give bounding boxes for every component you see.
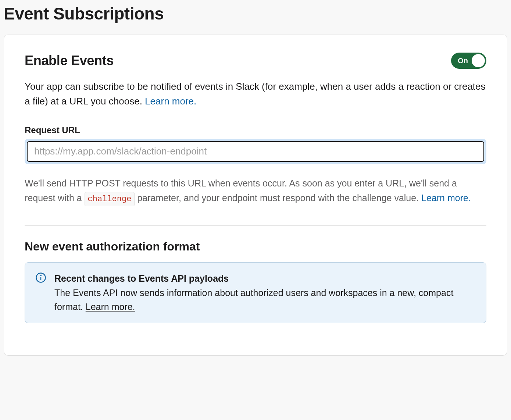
description-text: Your app can subscribe to be notified of… [25, 81, 486, 107]
section-divider [25, 225, 486, 226]
help-text-part2: parameter, and your endpoint must respon… [135, 193, 421, 203]
page-title: Event Subscriptions [4, 4, 511, 24]
svg-point-2 [40, 275, 41, 276]
request-url-label: Request URL [25, 125, 486, 135]
learn-more-link-challenge[interactable]: Learn more. [421, 193, 471, 203]
challenge-code: challenge [85, 192, 135, 206]
section-divider-2 [25, 341, 486, 341]
enable-events-heading: Enable Events [25, 53, 114, 68]
enable-events-toggle[interactable]: On [451, 53, 486, 69]
request-url-input-wrap [25, 139, 486, 164]
request-url-input[interactable] [27, 141, 484, 162]
auth-format-heading: New event authorization format [25, 240, 486, 253]
request-url-help: We'll send HTTP POST requests to this UR… [25, 176, 486, 206]
info-icon [35, 271, 46, 283]
toggle-knob [472, 54, 485, 67]
learn-more-link-auth[interactable]: Learn more. [86, 302, 135, 312]
enable-events-description: Your app can subscribe to be notified of… [25, 79, 486, 109]
learn-more-link-events[interactable]: Learn more. [145, 96, 196, 107]
auth-format-alert: Recent changes to Events API payloads Th… [25, 262, 486, 323]
enable-events-header: Enable Events On [25, 53, 486, 69]
toggle-state-label: On [458, 57, 468, 65]
alert-content: Recent changes to Events API payloads Th… [54, 271, 476, 314]
settings-card: Enable Events On Your app can subscribe … [4, 35, 507, 356]
alert-title: Recent changes to Events API payloads [54, 273, 229, 284]
